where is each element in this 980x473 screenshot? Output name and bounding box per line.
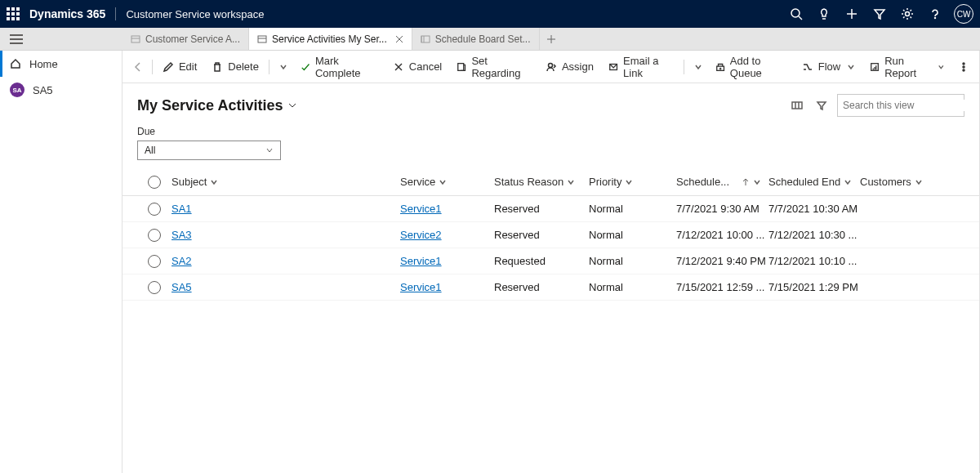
- overflow-button[interactable]: [953, 54, 974, 80]
- service-link[interactable]: Service2: [400, 229, 442, 241]
- svg-rect-9: [258, 36, 266, 42]
- col-priority[interactable]: Priority: [589, 176, 676, 188]
- chevron-down-icon: [753, 178, 761, 186]
- flow-button[interactable]: Flow: [795, 54, 862, 80]
- sort-asc-icon: [742, 178, 750, 186]
- search-input[interactable]: [843, 100, 965, 111]
- sidebar-item-sa5[interactable]: SA SA5: [0, 77, 122, 103]
- cancel-button[interactable]: Cancel: [386, 54, 448, 80]
- row-selector[interactable]: [137, 203, 172, 216]
- select-all[interactable]: [137, 176, 172, 189]
- col-service[interactable]: Service: [400, 176, 494, 188]
- table-row[interactable]: SA3Service2ReservedNormal7/12/2021 10:00…: [122, 222, 979, 248]
- tab-icon: [421, 34, 430, 44]
- chevron-down-icon: [625, 178, 633, 186]
- due-value: All: [145, 145, 155, 156]
- table-row[interactable]: SA2Service1RequestedNormal7/12/2021 9:40…: [122, 248, 979, 274]
- col-subject[interactable]: Subject: [172, 176, 400, 188]
- due-label: Due: [137, 126, 964, 137]
- edit-button[interactable]: Edit: [156, 54, 203, 80]
- command-bar: Edit Delete Mark Complete Cancel Set Reg…: [122, 51, 979, 83]
- filter-icon[interactable]: [866, 0, 893, 28]
- subject-link[interactable]: SA5: [172, 281, 192, 293]
- table-row[interactable]: SA5Service1ReservedNormal7/15/2021 12:59…: [122, 274, 979, 301]
- end-value: 7/12/2021 10:10 ...: [768, 255, 860, 267]
- sidebar-toggle-icon[interactable]: [10, 34, 23, 44]
- plus-icon[interactable]: [838, 0, 866, 28]
- email-link-button[interactable]: Email a Link: [602, 54, 680, 80]
- sidebar-item-label: SA5: [33, 84, 53, 96]
- queue-icon: [715, 61, 725, 73]
- flow-icon: [802, 61, 813, 73]
- delete-split-chevron[interactable]: [273, 54, 292, 80]
- tab-label: Schedule Board Set...: [435, 33, 531, 45]
- chevron-down-icon: [287, 100, 297, 110]
- svg-line-1: [799, 16, 802, 20]
- status-value: Reserved: [494, 229, 589, 241]
- user-avatar[interactable]: CW: [954, 4, 973, 24]
- chevron-down-icon: [567, 178, 575, 186]
- more-icon: [958, 61, 969, 73]
- start-value: 7/7/2021 9:30 AM: [676, 203, 768, 215]
- service-link[interactable]: Service1: [400, 255, 442, 267]
- tab-icon: [131, 34, 140, 44]
- tab-schedule-board[interactable]: Schedule Board Set...: [412, 28, 540, 50]
- assign-icon: [546, 61, 557, 73]
- chevron-down-icon: [844, 178, 852, 186]
- search-icon[interactable]: [782, 0, 810, 28]
- status-value: Reserved: [494, 281, 589, 293]
- add-to-queue-button[interactable]: Add to Queue: [709, 54, 794, 80]
- close-icon[interactable]: [395, 35, 403, 43]
- view-search-box[interactable]: [837, 94, 964, 117]
- col-customers[interactable]: Customers: [860, 176, 942, 188]
- chevron-down-icon: [439, 178, 447, 186]
- email-split-chevron[interactable]: [688, 54, 707, 80]
- back-button[interactable]: [127, 54, 149, 80]
- svg-rect-33: [792, 102, 802, 109]
- row-selector[interactable]: [137, 229, 172, 242]
- x-icon: [393, 61, 404, 73]
- table-row[interactable]: SA1Service1ReservedNormal7/7/2021 9:30 A…: [122, 196, 979, 222]
- lightbulb-icon[interactable]: [810, 0, 838, 28]
- pencil-icon: [163, 61, 174, 73]
- app-launcher-icon[interactable]: [7, 7, 20, 20]
- row-selector[interactable]: [137, 281, 172, 294]
- col-scheduled-end[interactable]: Scheduled End: [768, 176, 860, 188]
- filter-button[interactable]: [809, 93, 834, 118]
- svg-rect-7: [131, 36, 140, 42]
- tab-customer-service[interactable]: Customer Service A...: [122, 28, 249, 50]
- subject-link[interactable]: SA3: [172, 229, 192, 241]
- view-title[interactable]: My Service Activities: [137, 97, 297, 114]
- set-regarding-button[interactable]: Set Regarding: [450, 54, 537, 80]
- new-tab-button[interactable]: [540, 28, 563, 50]
- help-icon[interactable]: [921, 0, 949, 28]
- edit-columns-button[interactable]: [785, 93, 809, 118]
- svg-point-21: [548, 63, 552, 67]
- priority-value: Normal: [589, 281, 676, 293]
- tab-service-activities[interactable]: Service Activities My Ser...: [249, 28, 412, 50]
- row-selector[interactable]: [137, 255, 172, 268]
- subject-link[interactable]: SA2: [172, 255, 192, 267]
- priority-value: Normal: [589, 203, 676, 215]
- priority-value: Normal: [589, 229, 676, 241]
- col-status[interactable]: Status Reason: [494, 176, 589, 188]
- delete-button[interactable]: Delete: [205, 54, 265, 80]
- status-value: Requested: [494, 255, 589, 267]
- due-select[interactable]: All: [137, 141, 281, 160]
- end-value: 7/15/2021 1:29 PM: [768, 281, 860, 293]
- gear-icon[interactable]: [893, 0, 921, 28]
- priority-value: Normal: [589, 255, 676, 267]
- start-value: 7/12/2021 9:40 PM: [676, 255, 768, 267]
- mark-complete-button[interactable]: Mark Complete: [294, 54, 385, 80]
- chevron-down-icon: [938, 63, 945, 71]
- col-scheduled-start[interactable]: Schedule...: [676, 176, 768, 188]
- service-link[interactable]: Service1: [400, 281, 442, 293]
- assign-button[interactable]: Assign: [539, 54, 600, 80]
- run-report-button[interactable]: Run Report: [863, 54, 951, 80]
- sidebar-item-home[interactable]: Home: [0, 51, 122, 77]
- service-link[interactable]: Service1: [400, 203, 442, 215]
- svg-rect-13: [421, 36, 430, 42]
- svg-point-6: [935, 18, 936, 19]
- check-icon: [301, 61, 310, 73]
- subject-link[interactable]: SA1: [172, 203, 192, 215]
